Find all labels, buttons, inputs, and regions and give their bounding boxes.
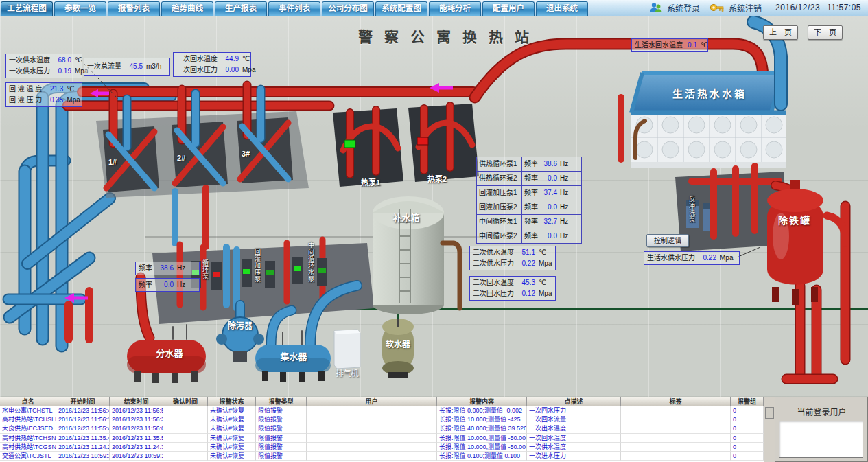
gauge-primary-return: 一次回水温度44.9℃ 一次回水压力0.00Mpa bbox=[173, 52, 251, 77]
recharge-pump-label: 回灌加压泵 bbox=[253, 249, 262, 283]
page-title: 警察公寓换热站 bbox=[302, 25, 597, 46]
current-date: 2016/12/23 bbox=[775, 3, 820, 12]
gauge-recharge: 回 灌 温 度21.3℃ 回 灌 压 力0.35Mpa bbox=[5, 82, 82, 107]
tab-company-map[interactable]: 公司分布图 bbox=[322, 1, 374, 16]
pump-frequency-panel: 供热循环泵1频率38.6Hz 供热循环泵2频率0.0Hz 回灌加压泵1频率37.… bbox=[476, 157, 582, 244]
prev-page-button[interactable]: 上一页 bbox=[763, 25, 798, 40]
gauge-secondary-return: 二次回水温度45.3℃ 二次回水压力0.12Mpa bbox=[469, 276, 556, 301]
top-menubar: 工艺流程图 参数一览 报警列表 趋势曲线 生产报表 事件列表 公司分布图 系统配… bbox=[0, 0, 868, 16]
gauge-freq-b: 频率0.0Hz bbox=[135, 278, 200, 292]
pump3-light bbox=[243, 269, 250, 274]
pump-name: 回灌加压泵1 bbox=[477, 186, 522, 200]
collector-label: 集水器 bbox=[279, 351, 307, 362]
mid-circ-pump-label: 中间循环水泵 bbox=[307, 242, 316, 283]
table-row[interactable]: 高村供热站\TCHSND2016/12/23 11:35:4...2016/12… bbox=[0, 434, 764, 443]
gauge-primary-supply: 一次供水温度68.0℃ 一次供水压力0.19Mpa bbox=[5, 54, 82, 78]
current-user-panel: 当前登录用户 bbox=[775, 397, 868, 462]
pump-frequency: 频率0.0Hz bbox=[522, 229, 582, 244]
scrollbar-grip-icon[interactable] bbox=[765, 407, 774, 419]
tab-alarm-list[interactable]: 报警列表 bbox=[108, 1, 160, 16]
table-row[interactable]: 交通公寓\TCJSTL2016/12/23 10:59:1...2016/12/… bbox=[0, 452, 764, 461]
backwash-pump-label: 反冲洗泵 bbox=[688, 196, 696, 223]
heat-pump1-label: 热泵1 bbox=[361, 178, 380, 187]
softener-label: 软水器 bbox=[386, 339, 411, 349]
brown-pipe bbox=[443, 243, 460, 308]
heat-pump-1: 热泵1 bbox=[333, 108, 403, 187]
hx3-label: 3# bbox=[242, 150, 250, 158]
makeup-tank-label: 补水箱 bbox=[392, 213, 419, 223]
pump-frequency: 频率38.6Hz bbox=[522, 157, 582, 172]
iron-tank-label: 除铁罐 bbox=[778, 215, 811, 226]
system-logout-link[interactable]: 系统注销 bbox=[729, 2, 762, 14]
pump2-light bbox=[213, 272, 220, 277]
pump-frequency: 频率32.7Hz bbox=[522, 215, 582, 229]
pump-frequency: 频率0.0Hz bbox=[522, 172, 582, 186]
system-login-link[interactable]: 系统登录 bbox=[667, 2, 700, 14]
pump-name: 回灌加压泵2 bbox=[477, 200, 522, 215]
tab-process-flow[interactable]: 工艺流程图 bbox=[1, 1, 53, 16]
table-row[interactable]: 高村供热站\TCHSLL2016/12/23 11:56:1...2016/12… bbox=[0, 415, 764, 424]
users-icon bbox=[649, 2, 663, 13]
control-logic-button[interactable]: 控制逻辑 bbox=[646, 234, 689, 247]
divider-label: 分水器 bbox=[156, 348, 183, 358]
water-softener: 软水器 bbox=[382, 319, 414, 378]
table-row[interactable]: 高村供热站\TCGSND2016/12/23 11:24:2...2016/12… bbox=[0, 443, 764, 452]
table-row[interactable]: 水电公寓\TCHSTL2016/12/23 11:56:4...2016/12/… bbox=[0, 406, 764, 415]
tab-system-config[interactable]: 系统配置图 bbox=[375, 1, 427, 16]
gauge-freq-a: 频率38.6Hz bbox=[135, 262, 200, 275]
pump-name: 中间循环泵1 bbox=[477, 215, 522, 229]
next-page-button[interactable]: 下一页 bbox=[808, 25, 843, 40]
hx1-label: 1# bbox=[108, 158, 117, 166]
makeup-water-tank: 补水箱 bbox=[373, 196, 460, 314]
hx2-label: 2# bbox=[177, 154, 185, 162]
plant-scene: 1# 2# 3# 热泵1 bbox=[0, 16, 868, 397]
dirt-separator-label: 除污器 bbox=[228, 321, 253, 331]
current-user-listbox[interactable] bbox=[779, 421, 863, 458]
tab-user-config[interactable]: 配置用户 bbox=[482, 1, 535, 16]
tab-production-report[interactable]: 生产报表 bbox=[215, 1, 267, 16]
pump-frequency: 频率37.4Hz bbox=[522, 186, 582, 200]
hmi-app: 工艺流程图 参数一览 报警列表 趋势曲线 生产报表 事件列表 公司分布图 系统配… bbox=[0, 0, 868, 462]
heat-pump2-label: 热泵2 bbox=[427, 174, 447, 183]
pump-frequency: 频率0.0Hz bbox=[522, 200, 582, 215]
gauge-life-return: 生活水回水温度0.1℃ bbox=[631, 38, 708, 52]
table-scrollbar[interactable] bbox=[764, 397, 775, 462]
gauge-primary-flow: 一次总流量45.5m3/h bbox=[84, 58, 170, 76]
pump-name: 中间循环泵2 bbox=[477, 229, 522, 244]
tab-event-list[interactable]: 事件列表 bbox=[268, 1, 320, 16]
life-supply-leader bbox=[738, 247, 760, 257]
key-icon bbox=[709, 2, 725, 13]
pump-name: 供热循环泵1 bbox=[477, 157, 522, 172]
pump4-light bbox=[266, 270, 274, 275]
heat-pump-2: 热泵2 bbox=[408, 104, 479, 183]
iron-removal-tank: 除铁罐 bbox=[767, 180, 845, 379]
pump6-light bbox=[318, 268, 326, 273]
pump5-light bbox=[294, 266, 301, 271]
heat-pump2-status-light bbox=[417, 137, 428, 145]
alarm-table: 点名开始时间结束时间确认时间报警状态报警类型用户报警内容点描述标签报警组 水电公… bbox=[0, 397, 764, 462]
current-user-title: 当前登录用户 bbox=[775, 406, 868, 417]
tab-energy-analysis[interactable]: 能耗分析 bbox=[429, 1, 481, 16]
exhaust-label: 排气机 bbox=[336, 369, 359, 378]
hot-water-tank-label: 生活热水水箱 bbox=[672, 88, 747, 100]
gauge-secondary-supply: 二次供水温度51.1℃ 二次供水压力0.22Mpa bbox=[469, 246, 556, 270]
alarm-table-header: 点名开始时间结束时间确认时间报警状态报警类型用户报警内容点描述标签报警组 bbox=[0, 397, 764, 406]
gauge-life-supply: 生活水供水压力0.22Mpa bbox=[644, 251, 740, 265]
tab-exit-system[interactable]: 退出系统 bbox=[536, 1, 588, 16]
table-row[interactable]: 大良供热\ECJSED2016/12/23 11:55:4...2016/12/… bbox=[0, 424, 764, 433]
tab-trend-curve[interactable]: 趋势曲线 bbox=[161, 1, 213, 16]
tab-parameters[interactable]: 参数一览 bbox=[54, 1, 106, 16]
heat-pump1-status-light bbox=[344, 140, 355, 148]
pump-name: 供热循环泵2 bbox=[477, 172, 522, 186]
exhaust-machine: 排气机 bbox=[334, 330, 360, 378]
circ-pump-label: 循环泵 bbox=[201, 259, 210, 280]
current-time: 11:57:05 bbox=[827, 3, 861, 12]
